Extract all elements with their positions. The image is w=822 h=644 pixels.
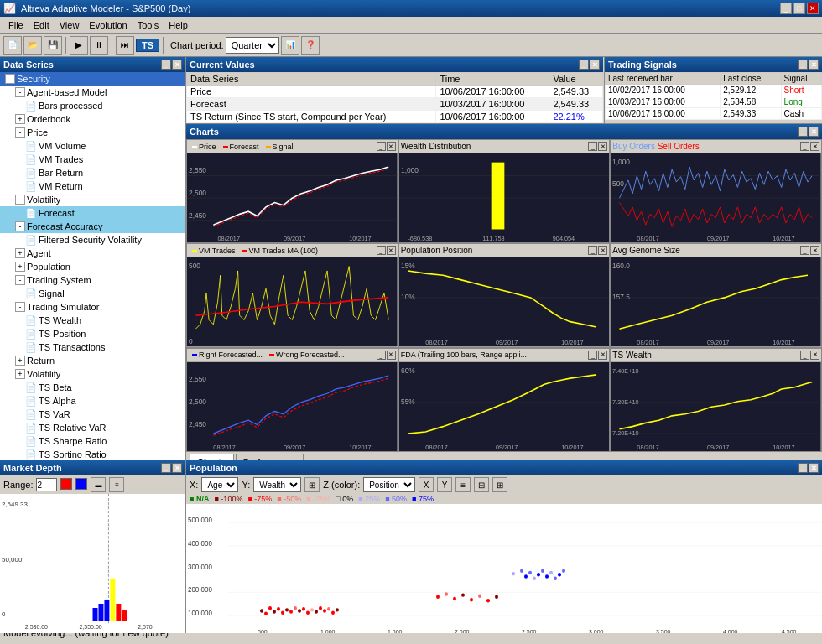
tree-item-trading-system[interactable]: - Trading System [0,273,185,287]
close-btn[interactable]: ✕ [807,3,819,14]
tree-item-bars-processed[interactable]: 📄 Bars processed [0,99,185,112]
tree-item-ts-transactions[interactable]: 📄 TS Transactions [0,340,185,354]
tree-item-ts-alpha[interactable]: 📄 TS Alpha [0,394,185,408]
chart1-min[interactable]: _ [377,142,386,151]
chart7-min[interactable]: _ [377,351,386,360]
chart6-min[interactable]: _ [800,246,809,255]
tree-item-volatility2[interactable]: + Volatility [0,367,185,381]
chart3-min[interactable]: _ [800,142,809,151]
chart7-close[interactable]: ✕ [387,351,396,360]
tree-item-vm-volume[interactable]: 📄 VM Volume [0,139,185,153]
data-series-min-btn[interactable]: _ [161,60,171,70]
charts-close-btn[interactable]: ✕ [809,127,819,137]
chart1-close[interactable]: ✕ [387,142,396,151]
expander-trading-sim[interactable]: - [15,302,25,312]
tree-item-security[interactable]: - Security [0,72,185,86]
pop-y-select[interactable]: Wealth [253,477,301,492]
tree-item-ts-beta[interactable]: 📄 TS Beta [0,381,185,394]
maximize-btn[interactable]: □ [793,3,805,14]
open-btn[interactable]: 📂 [23,36,42,55]
pause-btn[interactable]: ⏸ [90,36,108,55]
help-btn[interactable]: ❓ [301,36,320,55]
chart2-min[interactable]: _ [588,142,597,151]
chart-btn[interactable]: 📊 [281,36,299,55]
expander-agent-model[interactable]: - [15,87,25,97]
expander-volatility[interactable]: - [15,195,25,205]
save-btn[interactable]: 💾 [44,36,62,55]
ts-panel-close-btn[interactable]: ✕ [809,60,819,70]
menu-tools[interactable]: Tools [133,18,164,32]
chart6-close[interactable]: ✕ [810,246,819,255]
tree-item-signal[interactable]: 📄 Signal [0,287,185,300]
ts-btn[interactable]: TS [136,39,159,52]
pop-btn3[interactable]: ≡ [455,477,471,492]
chart3-close[interactable]: ✕ [810,142,819,151]
tree-item-ts-var[interactable]: 📄 TS VaR [0,408,185,421]
cv-close-btn[interactable]: ✕ [590,60,600,70]
pop-min-btn[interactable]: _ [798,463,808,473]
expander-security[interactable]: - [5,74,15,84]
pop-btn5[interactable]: ⊞ [492,477,507,492]
tree-item-ts-rel-var[interactable]: 📄 TS Relative VaR [0,421,185,434]
expander-orderbook[interactable]: + [15,114,25,124]
pop-x-select[interactable]: Age [201,477,238,492]
pop-btn1[interactable]: X [419,477,434,492]
menu-view[interactable]: View [55,18,85,32]
pop-btn2[interactable]: Y [437,477,452,492]
pop-z-select[interactable]: Position [363,477,415,492]
play-btn[interactable]: ▶ [70,36,88,55]
expander-agent[interactable]: + [15,248,25,258]
chart9-min[interactable]: _ [800,351,809,360]
menu-file[interactable]: File [3,18,29,32]
tree-item-return[interactable]: + Return [0,354,185,367]
chart2-close[interactable]: ✕ [598,142,607,151]
tree-item-ts-sharpe[interactable]: 📄 TS Sharpe Ratio [0,434,185,448]
md-line-btn[interactable]: ≡ [109,477,124,492]
tree-item-ts-sortino[interactable]: 📄 TS Sortino Ratio [0,448,185,460]
chart4-min[interactable]: _ [377,246,386,255]
tree-item-bar-return[interactable]: 📄 Bar Return [0,166,185,179]
chart8-close[interactable]: ✕ [598,351,607,360]
pop-scatter-btn[interactable]: ⊞ [304,477,320,492]
menu-help[interactable]: Help [164,18,193,32]
expander-forecast-accuracy[interactable]: - [15,221,25,231]
expander-population[interactable]: + [15,262,25,272]
tree-item-forecast-accuracy[interactable]: - Forecast Accuracy [0,220,185,233]
menu-edit[interactable]: Edit [29,18,55,32]
data-series-close-btn[interactable]: ✕ [172,60,182,70]
chart5-close[interactable]: ✕ [598,246,607,255]
md-bar-btn[interactable]: ▬ [91,477,106,492]
new-btn[interactable]: 📄 [3,36,22,55]
expander-return[interactable]: + [15,356,25,366]
chart-period-select[interactable]: Quarter Day Week Month Year [226,37,279,54]
chart8-min[interactable]: _ [588,351,597,360]
tree-item-trading-sim[interactable]: - Trading Simulator [0,300,185,314]
tree-item-filtered-security[interactable]: 📄 Filtered Security Volatility [0,233,185,247]
chart4-close[interactable]: ✕ [387,246,396,255]
tree-item-agent[interactable]: + Agent [0,247,185,260]
tree-item-agent-model[interactable]: - Agent-based Model [0,86,185,99]
tree-item-vm-return[interactable]: 📄 VM Return [0,179,185,193]
chart9-close[interactable]: ✕ [810,351,819,360]
step-btn[interactable]: ⏭ [116,36,134,55]
tree-item-ts-wealth[interactable]: 📄 TS Wealth [0,314,185,327]
expander-volatility2[interactable]: + [15,369,25,379]
expander-trading-system[interactable]: - [15,275,25,285]
md-range-input[interactable] [36,478,57,491]
minimize-btn[interactable]: _ [780,3,792,14]
pop-btn4[interactable]: ⊟ [474,477,489,492]
tree-item-volatility[interactable]: - Volatility [0,193,185,206]
ts-panel-min-btn[interactable]: _ [798,60,808,70]
pop-close-btn[interactable]: ✕ [809,463,819,473]
charts-min-btn[interactable]: _ [798,127,808,137]
md-close-btn[interactable]: ✕ [172,463,182,473]
tree-item-vm-trades[interactable]: 📄 VM Trades [0,153,185,166]
cv-min-btn[interactable]: _ [579,60,589,70]
chart5-min[interactable]: _ [588,246,597,255]
tree-item-forecast[interactable]: 📄 Forecast [0,206,185,220]
md-min-btn[interactable]: _ [161,463,171,473]
tree-item-price[interactable]: - Price [0,126,185,139]
tree-item-population[interactable]: + Population [0,260,185,273]
expander-price[interactable]: - [15,127,25,138]
tree-item-ts-position[interactable]: 📄 TS Position [0,327,185,340]
